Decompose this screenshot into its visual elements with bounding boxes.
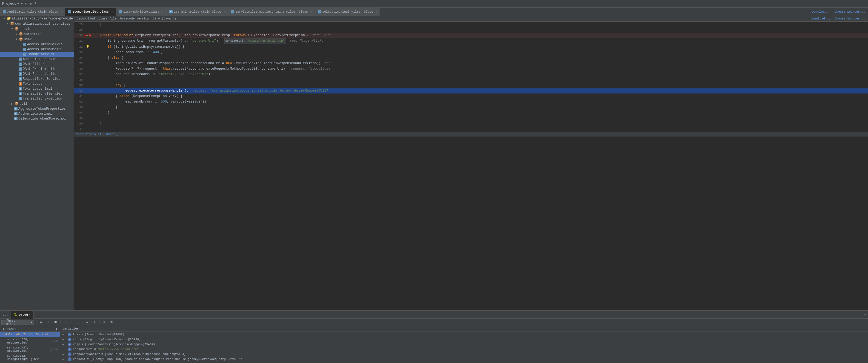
debug-btn-restore[interactable]: ⊞	[108, 320, 115, 326]
lightbulb-icon[interactable]: 💡	[86, 44, 90, 50]
tab-close-icon-uri[interactable]: ×	[111, 10, 113, 13]
code-line-41: 41 } catch (ResponseException var7) {	[74, 93, 868, 99]
tree-package-authorize[interactable]: ▶ 📦 authorize	[0, 32, 74, 37]
tree-class-icon-uri-servlet[interactable]: C IconUriServlet	[0, 52, 74, 57]
toolbar-icon-sync[interactable]: ⊕	[21, 2, 23, 6]
tree-class-oauth-problem[interactable]: C OAuthProblemUtils	[0, 67, 74, 71]
tree-class-request-token[interactable]: C RequestTokenServlet	[0, 77, 74, 82]
toolbar-sep-1	[36, 320, 36, 325]
tree-package-com[interactable]: ▼ 📦 com.atlassian.oauth.servicep	[0, 21, 74, 26]
tab-servlet-filter[interactable]: C ServletFilterModuleContainerFilter.cla…	[228, 8, 315, 16]
frame-name-2: service:727, HttpServlet	[7, 346, 49, 353]
line-content-37: request.setHeader( s: "Accept", s1: "tex…	[90, 71, 868, 77]
class-icon-of: C	[19, 62, 22, 66]
tab-delegating[interactable]: C DelegatingPluginFilter.class ×	[315, 8, 380, 16]
debug-btn-step-out[interactable]: ↑	[77, 320, 83, 326]
breadcrumb-method[interactable]: doGet()	[106, 133, 119, 136]
tree-class-token-loader-impl[interactable]: C TokenLoaderImpl	[0, 86, 74, 91]
tab-debug[interactable]: 🐛 Debug ×	[11, 311, 34, 319]
tab-label-delegating: DelegatingPluginFilter.class	[322, 10, 373, 13]
download-link[interactable]: Download...	[812, 10, 832, 13]
line-content-40: request.execute(responseHandler); reques…	[90, 88, 868, 93]
var-name-resp: resp	[73, 343, 80, 346]
class-icon-oru: C	[19, 72, 22, 76]
tab-close-app-filter[interactable]: ×	[61, 10, 62, 13]
code-content: 28 } 29 30 ● → 🔖 public void doGet(Http	[74, 22, 868, 132]
frame-item-1[interactable]: service:620, HttpServlet (java	[0, 337, 60, 345]
tree-label-opu: OAuthProblemUtils	[23, 67, 56, 71]
tree-class-oauth-request[interactable]: C OAuthRequestUtils	[0, 71, 74, 77]
tree-class-transaction-exception[interactable]: C TransactionException	[0, 96, 74, 101]
tree-package-util[interactable]: ▶ 📦 util	[0, 101, 74, 107]
frames-title: Frames	[5, 327, 17, 331]
tab-iterating[interactable]: C IteratingFilterChain.class ×	[166, 8, 228, 16]
debug-btn-pause[interactable]: ⏸	[45, 320, 52, 326]
var-item-this[interactable]: ▶ P this = {IconUriServlet@24808}	[60, 332, 868, 337]
choose-sources-action[interactable]: Choose Sources...	[835, 17, 865, 20]
toolbar-icon-more[interactable]: ⋮	[34, 2, 37, 6]
debug-btn-force-step[interactable]: ⤵	[91, 320, 97, 326]
toolbar-icon-collapse[interactable]: ⊟	[26, 2, 27, 6]
tree-class-access-tokens-user[interactable]: C AccessTokensUserP	[0, 47, 74, 52]
tab-site-mesh[interactable]: C SiteMeshFilter.class ×	[116, 8, 166, 16]
download-action[interactable]: Download...	[810, 17, 831, 20]
frame-item-2[interactable]: service:727, HttpServlet (java	[0, 345, 60, 354]
frame-item-3[interactable]: service:42, DelegatingPluginSe	[0, 354, 60, 362]
var-item-request[interactable]: ▶ P request = {$Proxy4093@25466} "com.at…	[60, 357, 868, 362]
class-icon-te: C	[19, 97, 22, 100]
breadcrumb-file[interactable]: IconUriServlet	[76, 133, 101, 136]
frame-item-4[interactable]: service:727, HttpServlet (java	[0, 362, 60, 363]
var-name-this: this	[73, 333, 80, 336]
tab-close-site-mesh[interactable]: ×	[162, 10, 163, 13]
tree-class-access-token-servlet[interactable]: C AccessTokenServlet	[0, 57, 74, 62]
tree-package-user[interactable]: ▼ 📦 user	[0, 37, 74, 42]
debug-btn-run-cursor[interactable]: ⇥	[84, 320, 90, 326]
var-item-resp[interactable]: ▶ P resp = {HeaderSanitisingResponseWrap…	[60, 342, 868, 347]
tab-logging[interactable]: :g:	[0, 311, 11, 319]
var-value-req: {PluginHttpRequestWrapper@25438}	[83, 338, 141, 341]
frames-expand-icon[interactable]: ▶	[56, 327, 58, 331]
bottom-settings-icon[interactable]: ⚙	[864, 313, 866, 317]
code-line-47: 47	[74, 126, 868, 132]
tab-close-iterating[interactable]: ×	[224, 10, 225, 13]
thread-dropdown[interactable]: ✓ "http-bio-... ▼	[1, 320, 34, 325]
debug-label: Debug	[19, 313, 28, 316]
tree-class-delegating[interactable]: C DelegatingTokenStoreImpl	[0, 116, 74, 121]
breakpoint-icon: ●	[84, 33, 86, 38]
tab-close-delegating[interactable]: ×	[376, 10, 377, 13]
tree-root[interactable]: ▼ 📁 atlassian-oauth-service-provide	[0, 16, 74, 21]
var-arrow-request: ▶	[62, 358, 66, 361]
tree-package-servlet[interactable]: ▼ 📦 servlet	[0, 26, 74, 32]
var-item-req[interactable]: ▶ P req = {PluginHttpRequestWrapper@2543…	[60, 337, 868, 342]
frames-collapse-icon[interactable]: ◀	[2, 327, 4, 331]
line-content-43: }	[90, 104, 868, 110]
tab-icon-uri[interactable]: C IconUriServlet.class ×	[65, 8, 116, 16]
tree-class-oauth-filter[interactable]: C OAuthFilter	[0, 62, 74, 67]
var-item-responsehandler[interactable]: ▶ P responseHandler = {IconUriServlet$Ic…	[60, 352, 868, 357]
project-dropdown[interactable]: Project ▼	[2, 2, 19, 6]
tree-interface-token-loader[interactable]: I TokenLoader	[0, 82, 74, 86]
tree-class-authenticator[interactable]: C AuthenticatorImpl	[0, 111, 74, 116]
tree-class-access-tokens-servle[interactable]: C AccessTokensServle	[0, 42, 74, 47]
frame-item-0[interactable]: ✓ doGet:49, IconUriServlet (com	[0, 332, 60, 337]
line-content-33: resp.sendError( i: 400);	[90, 50, 868, 55]
class-icon-rts: C	[19, 77, 22, 81]
tree-class-aggregate[interactable]: C AggregateTokenProperties	[0, 107, 74, 111]
debug-btn-evaluate[interactable]: ⌨	[101, 320, 107, 326]
debug-btn-step-into[interactable]: ↓	[70, 320, 76, 326]
tab-close-servlet-filter[interactable]: ×	[310, 10, 312, 13]
tab-app-filter[interactable]: C ApplicationFilterChain.class ×	[0, 8, 65, 16]
code-line-43: 43 }	[74, 104, 868, 110]
choose-sources-link[interactable]: Choose Sources...	[835, 10, 865, 13]
tree-class-transactional-servlet[interactable]: C TransactionalServlet	[0, 91, 74, 96]
debug-btn-stop[interactable]: ⏹	[53, 320, 59, 326]
frame-name-0: doGet:49, IconUriServlet	[5, 333, 49, 336]
debug-btn-resume[interactable]: ▶	[38, 320, 44, 326]
toolbar-icon-settings[interactable]: ⚙	[30, 2, 32, 6]
debug-btn-step-over[interactable]: ↷	[63, 320, 69, 326]
debug-close[interactable]: ×	[29, 313, 31, 316]
var-item-consumeruri[interactable]: P consumerUri = "https://www.baidu.com"	[60, 347, 868, 352]
line-num-31: 31	[74, 38, 85, 43]
tree-label-ats: AccessTokensServle	[27, 42, 63, 46]
variables-title: Variables	[62, 327, 79, 330]
